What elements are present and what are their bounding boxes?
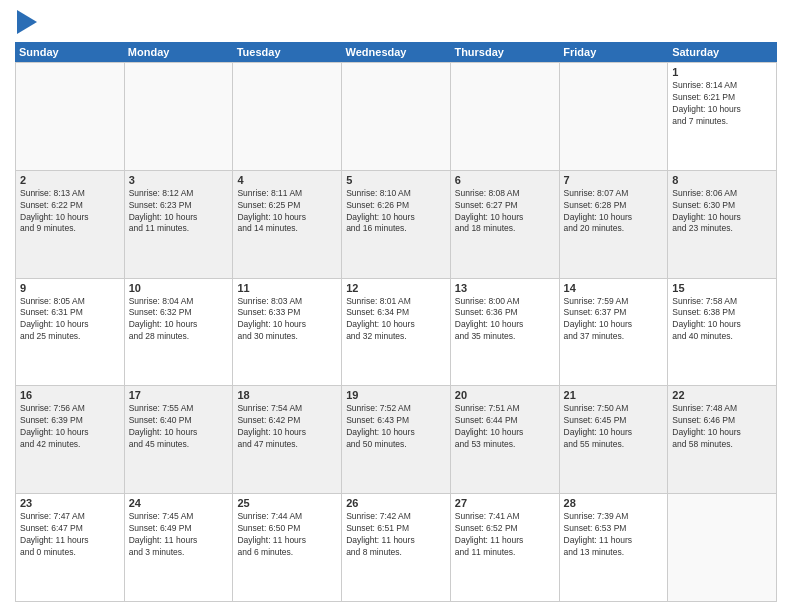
day-number: 7 [564,174,664,186]
day-info: Sunrise: 7:54 AM Sunset: 6:42 PM Dayligh… [237,403,337,451]
day-number: 16 [20,389,120,401]
cal-cell [233,63,342,171]
day-info: Sunrise: 8:08 AM Sunset: 6:27 PM Dayligh… [455,188,555,236]
day-info: Sunrise: 7:44 AM Sunset: 6:50 PM Dayligh… [237,511,337,559]
cal-cell: 4Sunrise: 8:11 AM Sunset: 6:25 PM Daylig… [233,171,342,279]
day-info: Sunrise: 8:14 AM Sunset: 6:21 PM Dayligh… [672,80,772,128]
day-info: Sunrise: 7:42 AM Sunset: 6:51 PM Dayligh… [346,511,446,559]
cal-header-day: Thursday [450,42,559,62]
day-info: Sunrise: 8:05 AM Sunset: 6:31 PM Dayligh… [20,296,120,344]
header [15,10,777,34]
day-info: Sunrise: 8:04 AM Sunset: 6:32 PM Dayligh… [129,296,229,344]
calendar-header: SundayMondayTuesdayWednesdayThursdayFrid… [15,42,777,62]
day-info: Sunrise: 7:41 AM Sunset: 6:52 PM Dayligh… [455,511,555,559]
day-info: Sunrise: 7:45 AM Sunset: 6:49 PM Dayligh… [129,511,229,559]
day-info: Sunrise: 8:03 AM Sunset: 6:33 PM Dayligh… [237,296,337,344]
cal-cell: 10Sunrise: 8:04 AM Sunset: 6:32 PM Dayli… [125,279,234,387]
page-container: SundayMondayTuesdayWednesdayThursdayFrid… [0,0,792,612]
day-number: 25 [237,497,337,509]
day-info: Sunrise: 8:07 AM Sunset: 6:28 PM Dayligh… [564,188,664,236]
cal-cell [560,63,669,171]
day-number: 20 [455,389,555,401]
cal-cell: 24Sunrise: 7:45 AM Sunset: 6:49 PM Dayli… [125,494,234,602]
cal-cell: 27Sunrise: 7:41 AM Sunset: 6:52 PM Dayli… [451,494,560,602]
day-info: Sunrise: 7:52 AM Sunset: 6:43 PM Dayligh… [346,403,446,451]
cal-cell [451,63,560,171]
cal-header-day: Saturday [668,42,777,62]
cal-cell: 16Sunrise: 7:56 AM Sunset: 6:39 PM Dayli… [16,386,125,494]
day-number: 14 [564,282,664,294]
cal-row: 1Sunrise: 8:14 AM Sunset: 6:21 PM Daylig… [16,63,777,171]
day-number: 23 [20,497,120,509]
day-info: Sunrise: 8:10 AM Sunset: 6:26 PM Dayligh… [346,188,446,236]
cal-cell: 14Sunrise: 7:59 AM Sunset: 6:37 PM Dayli… [560,279,669,387]
day-info: Sunrise: 7:48 AM Sunset: 6:46 PM Dayligh… [672,403,772,451]
day-number: 24 [129,497,229,509]
calendar: SundayMondayTuesdayWednesdayThursdayFrid… [15,42,777,602]
cal-cell: 6Sunrise: 8:08 AM Sunset: 6:27 PM Daylig… [451,171,560,279]
day-info: Sunrise: 7:47 AM Sunset: 6:47 PM Dayligh… [20,511,120,559]
day-number: 17 [129,389,229,401]
cal-header-day: Sunday [15,42,124,62]
day-number: 11 [237,282,337,294]
cal-cell: 9Sunrise: 8:05 AM Sunset: 6:31 PM Daylig… [16,279,125,387]
cal-cell: 1Sunrise: 8:14 AM Sunset: 6:21 PM Daylig… [668,63,777,171]
day-number: 6 [455,174,555,186]
day-number: 15 [672,282,772,294]
cal-cell: 17Sunrise: 7:55 AM Sunset: 6:40 PM Dayli… [125,386,234,494]
cal-header-day: Monday [124,42,233,62]
cal-header-day: Tuesday [233,42,342,62]
day-number: 8 [672,174,772,186]
day-number: 19 [346,389,446,401]
day-number: 9 [20,282,120,294]
day-info: Sunrise: 7:55 AM Sunset: 6:40 PM Dayligh… [129,403,229,451]
day-number: 2 [20,174,120,186]
cal-cell: 11Sunrise: 8:03 AM Sunset: 6:33 PM Dayli… [233,279,342,387]
cal-cell: 3Sunrise: 8:12 AM Sunset: 6:23 PM Daylig… [125,171,234,279]
cal-cell [16,63,125,171]
cal-cell: 15Sunrise: 7:58 AM Sunset: 6:38 PM Dayli… [668,279,777,387]
day-number: 13 [455,282,555,294]
cal-header-day: Friday [559,42,668,62]
cal-cell: 25Sunrise: 7:44 AM Sunset: 6:50 PM Dayli… [233,494,342,602]
day-info: Sunrise: 7:50 AM Sunset: 6:45 PM Dayligh… [564,403,664,451]
cal-cell: 12Sunrise: 8:01 AM Sunset: 6:34 PM Dayli… [342,279,451,387]
logo-icon [17,10,37,34]
day-info: Sunrise: 7:56 AM Sunset: 6:39 PM Dayligh… [20,403,120,451]
day-info: Sunrise: 8:11 AM Sunset: 6:25 PM Dayligh… [237,188,337,236]
calendar-body: 1Sunrise: 8:14 AM Sunset: 6:21 PM Daylig… [15,62,777,602]
day-number: 21 [564,389,664,401]
day-number: 5 [346,174,446,186]
day-number: 12 [346,282,446,294]
day-number: 28 [564,497,664,509]
day-number: 27 [455,497,555,509]
day-number: 22 [672,389,772,401]
day-number: 1 [672,66,772,78]
cal-cell: 5Sunrise: 8:10 AM Sunset: 6:26 PM Daylig… [342,171,451,279]
day-info: Sunrise: 8:01 AM Sunset: 6:34 PM Dayligh… [346,296,446,344]
day-number: 18 [237,389,337,401]
cal-cell [668,494,777,602]
day-info: Sunrise: 7:51 AM Sunset: 6:44 PM Dayligh… [455,403,555,451]
cal-cell: 8Sunrise: 8:06 AM Sunset: 6:30 PM Daylig… [668,171,777,279]
cal-cell: 19Sunrise: 7:52 AM Sunset: 6:43 PM Dayli… [342,386,451,494]
day-number: 4 [237,174,337,186]
day-info: Sunrise: 7:58 AM Sunset: 6:38 PM Dayligh… [672,296,772,344]
day-info: Sunrise: 7:59 AM Sunset: 6:37 PM Dayligh… [564,296,664,344]
day-info: Sunrise: 8:00 AM Sunset: 6:36 PM Dayligh… [455,296,555,344]
day-number: 10 [129,282,229,294]
logo [15,10,37,34]
cal-row: 9Sunrise: 8:05 AM Sunset: 6:31 PM Daylig… [16,279,777,387]
cal-row: 2Sunrise: 8:13 AM Sunset: 6:22 PM Daylig… [16,171,777,279]
cal-cell: 26Sunrise: 7:42 AM Sunset: 6:51 PM Dayli… [342,494,451,602]
cal-cell: 22Sunrise: 7:48 AM Sunset: 6:46 PM Dayli… [668,386,777,494]
cal-header-day: Wednesday [342,42,451,62]
day-number: 3 [129,174,229,186]
cal-cell: 2Sunrise: 8:13 AM Sunset: 6:22 PM Daylig… [16,171,125,279]
cal-row: 23Sunrise: 7:47 AM Sunset: 6:47 PM Dayli… [16,494,777,602]
cal-cell: 20Sunrise: 7:51 AM Sunset: 6:44 PM Dayli… [451,386,560,494]
day-info: Sunrise: 7:39 AM Sunset: 6:53 PM Dayligh… [564,511,664,559]
day-info: Sunrise: 8:13 AM Sunset: 6:22 PM Dayligh… [20,188,120,236]
cal-cell: 23Sunrise: 7:47 AM Sunset: 6:47 PM Dayli… [16,494,125,602]
cal-cell: 13Sunrise: 8:00 AM Sunset: 6:36 PM Dayli… [451,279,560,387]
